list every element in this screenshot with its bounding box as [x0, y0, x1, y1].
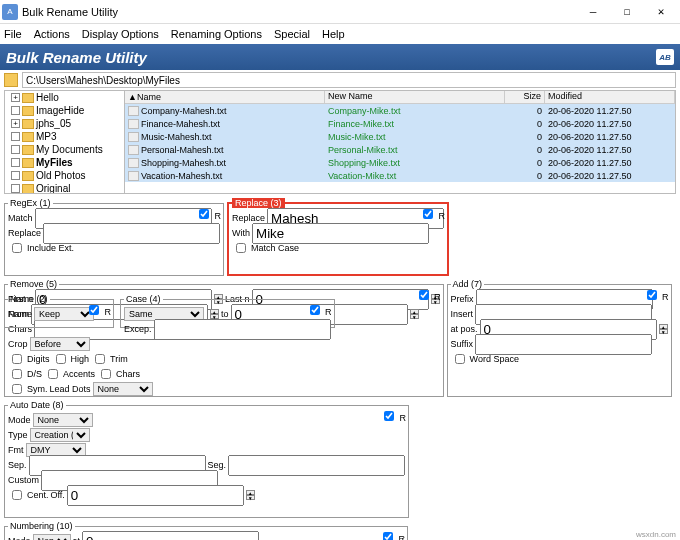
panel-autodate: Auto Date (8) R ModeNone TypeCreation (C…	[4, 400, 409, 518]
menu-actions[interactable]: Actions	[34, 28, 70, 40]
menu-file[interactable]: File	[4, 28, 22, 40]
file-row[interactable]: Music-Mahesh.txtMusic-Mike.txt020-06-202…	[125, 130, 675, 143]
legend-autodate: Auto Date (8)	[8, 400, 66, 410]
watermark: wsxdn.com	[636, 530, 676, 539]
file-list[interactable]: ▲ Name New Name Size Modified Company-Ma…	[125, 91, 675, 193]
replace-matchcase[interactable]	[236, 243, 246, 253]
tree-node[interactable]: +jphs_05	[5, 117, 124, 130]
panel-case: Case (4) R Same Excep.	[120, 294, 335, 328]
tree-node[interactable]: My Documents	[5, 143, 124, 156]
autodate-seg[interactable]	[228, 455, 405, 476]
legend-add: Add (7)	[451, 279, 485, 289]
menu-display[interactable]: Display Options	[82, 28, 159, 40]
col-size[interactable]: Size	[523, 91, 541, 101]
regex-include-ext[interactable]	[12, 243, 22, 253]
panel-regex: RegEx (1) R Match Replace Include Ext.	[4, 198, 224, 276]
maximize-button[interactable]: ☐	[610, 2, 644, 22]
menu-renaming[interactable]: Renaming Options	[171, 28, 262, 40]
panel-replace: Replace (3) R Replace With Match Case	[227, 198, 449, 276]
case-excep[interactable]	[154, 319, 331, 340]
col-name[interactable]: Name	[137, 92, 161, 102]
regex-replace-input[interactable]	[43, 223, 220, 244]
app-header-title: Bulk Rename Utility	[6, 49, 147, 66]
tree-node[interactable]: MyFiles	[5, 156, 124, 169]
folder-tree[interactable]: +Hello ImageHide+jphs_05 MP3 My Document…	[5, 91, 125, 193]
col-mod[interactable]: Modified	[548, 91, 582, 101]
tree-node[interactable]: Original	[5, 182, 124, 193]
col-new[interactable]: New Name	[328, 91, 373, 101]
panel-numbering: Numbering (10) R ModeNoneat StartIncr. P…	[4, 521, 408, 540]
legend-numbering: Numbering (10)	[8, 521, 75, 531]
replace-enable[interactable]	[423, 209, 433, 219]
add-wordspace[interactable]	[455, 354, 465, 364]
file-row[interactable]: Company-Mahesh.txtCompany-Mike.txt020-06…	[125, 104, 675, 117]
panel-name: Name (2) R NameKeep	[4, 294, 114, 328]
add-suffix[interactable]	[475, 334, 652, 355]
file-row[interactable]: Vacation-Mahesh.txtVacation-Mike.txt020-…	[125, 169, 675, 182]
titlebar: A Bulk Rename Utility — ☐ ✕	[0, 0, 680, 24]
file-row[interactable]: Finance-Mahesh.txtFinance-Mike.txt020-06…	[125, 117, 675, 130]
legend-remove: Remove (5)	[8, 279, 59, 289]
legend-regex: RegEx (1)	[8, 198, 53, 208]
file-row[interactable]: Shopping-Mahesh.txtShopping-Mike.txt020-…	[125, 156, 675, 169]
autodate-enable[interactable]	[384, 411, 394, 421]
app-header: Bulk Rename Utility AB	[0, 44, 680, 70]
numbering-at[interactable]	[82, 531, 259, 541]
numbering-mode[interactable]: None	[33, 534, 71, 540]
regex-enable[interactable]	[199, 209, 209, 219]
numbering-enable[interactable]	[383, 532, 393, 540]
add-enable[interactable]	[647, 290, 657, 300]
tree-node[interactable]: MP3	[5, 130, 124, 143]
replace-with-input[interactable]	[252, 223, 429, 244]
legend-name: Name (2)	[8, 294, 50, 304]
ab-icon[interactable]: AB	[656, 49, 674, 65]
path-input[interactable]	[22, 72, 676, 88]
case-enable[interactable]	[310, 305, 320, 315]
autodate-mode[interactable]: None	[33, 413, 93, 427]
autodate-type[interactable]: Creation (Cur	[30, 428, 90, 442]
window-title: Bulk Rename Utility	[22, 6, 576, 18]
path-row	[0, 70, 680, 90]
tree-node[interactable]: Old Photos	[5, 169, 124, 182]
folder-up-icon[interactable]	[4, 73, 18, 87]
file-row[interactable]: Personal-Mahesh.txtPersonal-Mike.txt020-…	[125, 143, 675, 156]
autodate-off[interactable]	[67, 485, 244, 506]
menu-bar: File Actions Display Options Renaming Op…	[0, 24, 680, 44]
app-icon: A	[2, 4, 18, 20]
menu-help[interactable]: Help	[322, 28, 345, 40]
close-button[interactable]: ✕	[644, 2, 678, 22]
remove-crop-select[interactable]: Before	[30, 337, 90, 351]
tree-node[interactable]: +Hello	[5, 91, 124, 104]
tree-node[interactable]: ImageHide	[5, 104, 124, 117]
minimize-button[interactable]: —	[576, 2, 610, 22]
remove-leaddots[interactable]: None	[93, 382, 153, 396]
legend-case: Case (4)	[124, 294, 163, 304]
menu-special[interactable]: Special	[274, 28, 310, 40]
panel-add: Add (7) R Prefix Insert at pos.▴▾ Suffix…	[447, 279, 672, 397]
remove-enable[interactable]	[419, 290, 429, 300]
legend-replace: Replace (3)	[232, 198, 285, 208]
name-enable[interactable]	[89, 305, 99, 315]
